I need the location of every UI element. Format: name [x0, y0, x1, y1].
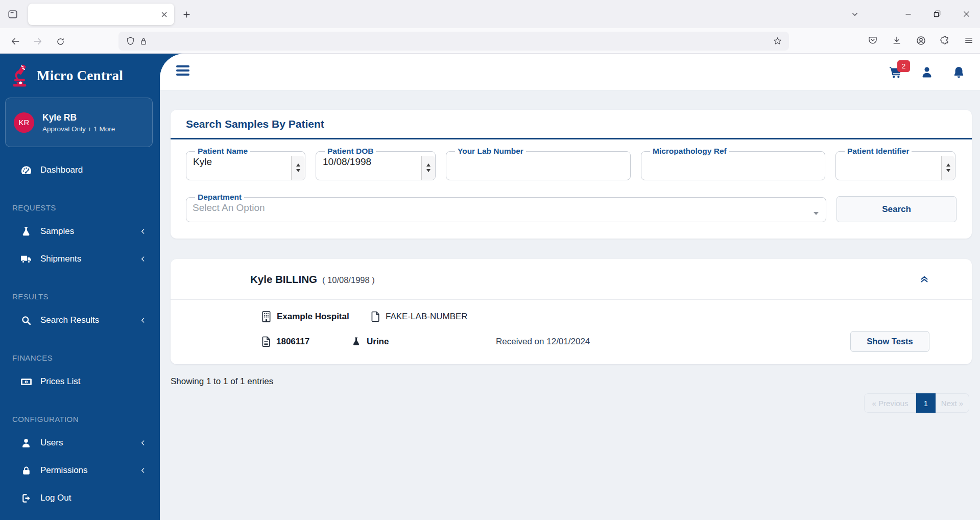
sample-id: 1806117 [276, 337, 309, 347]
flask-icon [19, 226, 33, 237]
user-role: Approval Only + 1 More [42, 125, 115, 133]
brand[interactable]: Micro Central [0, 54, 160, 98]
stepper-arrows-icon[interactable] [421, 156, 435, 180]
forward-button[interactable] [31, 34, 45, 49]
cart-icon[interactable]: 2 [888, 65, 902, 79]
patient-result-card: Kyle BILLING ( 10/08/1998 ) [171, 259, 972, 364]
sidebar-item-search-results[interactable]: Search Results [0, 306, 160, 334]
downloads-icon[interactable] [891, 34, 903, 46]
patient-identifier-label: Patient Identifier [845, 147, 912, 156]
patient-dob-input[interactable] [322, 156, 435, 171]
svg-text:1: 1 [26, 380, 27, 383]
stepper-arrows-icon[interactable] [291, 156, 305, 180]
sidebar-toggle-hamburger[interactable] [176, 65, 189, 78]
user-panel[interactable]: KR Kyle RB Approval Only + 1 More [5, 98, 153, 147]
sidebar-item-prices-list[interactable]: 1 Prices List [0, 368, 160, 395]
browser-tab[interactable] [28, 4, 174, 25]
browser-toolbar [0, 28, 980, 54]
lab-number-value: FAKE-LAB-NUMBER [386, 312, 468, 322]
side-nav: Dashboard REQUESTS Samples Shipments [0, 156, 160, 512]
sidebar-item-label: Permissions [40, 465, 88, 476]
lab-number-input[interactable] [452, 156, 630, 171]
sidebar-item-users[interactable]: Users [0, 429, 160, 457]
window-restore-button[interactable] [928, 5, 946, 22]
user-name: Kyle RB [42, 112, 115, 123]
window-minimize-button[interactable] [899, 5, 917, 22]
browser-chrome [0, 0, 980, 54]
window-close-button[interactable] [957, 5, 975, 22]
back-button[interactable] [8, 34, 22, 49]
sidebar-item-permissions[interactable]: Permissions [0, 457, 160, 484]
pagination-page-1[interactable]: 1 [916, 393, 936, 413]
gauge-icon [19, 164, 33, 177]
sidebar-item-dashboard[interactable]: Dashboard [0, 156, 160, 184]
sidebar-item-label: Shipments [40, 254, 81, 264]
tab-close-icon[interactable] [158, 8, 170, 20]
patient-identifier-input[interactable] [842, 156, 955, 171]
sign-out-icon [19, 492, 33, 504]
department-select[interactable]: Department Select An Option [186, 193, 826, 222]
sidebar-section-finances: FINANCES [0, 347, 160, 368]
collapse-angles-up-icon[interactable] [919, 273, 930, 285]
page-content: Search Samples By Patient Patient Name P… [160, 90, 980, 520]
sidebar-item-label: Samples [40, 226, 74, 237]
lab-number-label: Your Lab Number [455, 147, 526, 156]
sidebar-item-label: Prices List [40, 376, 80, 387]
sidebar-item-samples[interactable]: Samples [0, 218, 160, 245]
patient-name-input[interactable] [193, 156, 305, 171]
sidebar: Micro Central KR Kyle RB Approval Only +… [0, 54, 160, 520]
account-icon[interactable] [915, 34, 927, 46]
patient-dob-field[interactable]: Patient DOB [316, 147, 436, 180]
pagination-previous[interactable]: « Previous [864, 393, 916, 413]
sidebar-section-requests: REQUESTS [0, 197, 160, 218]
search-button[interactable]: Search [836, 196, 957, 222]
search-samples-card: Search Samples By Patient Patient Name P… [171, 110, 972, 239]
chevron-left-icon [139, 439, 147, 446]
lab-number-field[interactable]: Your Lab Number [446, 147, 631, 180]
sidebar-item-shipments[interactable]: Shipments [0, 245, 160, 273]
sidebar-section-results: RESULTS [0, 286, 160, 306]
firefox-view-icon[interactable] [6, 8, 19, 20]
lock-icon[interactable] [137, 35, 150, 48]
search-icon [19, 315, 33, 326]
new-tab-button[interactable] [180, 8, 193, 21]
stepper-arrows-icon[interactable] [941, 156, 955, 180]
sample-row-details: 1806117 Urine Received on 12/01/2024 Sho… [261, 329, 929, 354]
entries-summary: Showing 1 to 1 of 1 entries [171, 376, 972, 387]
app-navbar: 2 [160, 54, 980, 90]
card-title: Search Samples By Patient [186, 118, 324, 130]
chevron-left-icon [139, 467, 147, 474]
chevron-left-icon [139, 228, 147, 235]
sidebar-item-label: Dashboard [40, 165, 83, 175]
user-icon [19, 437, 33, 448]
money-bill-icon: 1 [19, 375, 33, 388]
sidebar-item-log-out[interactable]: Log Out [0, 484, 160, 512]
app-window: Micro Central KR Kyle RB Approval Only +… [0, 54, 980, 520]
bell-icon[interactable] [951, 65, 966, 79]
extensions-puzzle-icon[interactable] [939, 34, 951, 46]
patient-identifier-field[interactable]: Patient Identifier [835, 147, 955, 180]
show-tests-button[interactable]: Show Tests [850, 331, 929, 352]
sidebar-item-label: Log Out [40, 493, 71, 503]
menu-hamburger-icon[interactable] [963, 34, 975, 46]
bookmark-star-icon[interactable] [771, 35, 784, 48]
pagination-next[interactable]: Next » [936, 393, 969, 413]
dropdown-arrow-icon [814, 212, 819, 215]
chevron-left-icon [139, 255, 147, 263]
address-bar[interactable] [118, 32, 789, 51]
pocket-icon[interactable] [867, 34, 879, 46]
received-date: Received on 12/01/2024 [496, 337, 590, 347]
chevron-left-icon [139, 317, 147, 324]
tracking-shield-icon[interactable] [124, 35, 137, 48]
reload-button[interactable] [53, 34, 67, 49]
avatar: KR [14, 112, 34, 133]
department-label: Department [195, 193, 244, 202]
patient-name-field[interactable]: Patient Name [186, 147, 305, 180]
pagination: « Previous 1 Next » [864, 393, 969, 413]
user-icon[interactable] [920, 65, 934, 79]
micropathology-ref-field[interactable]: Micropathology Ref [641, 147, 825, 180]
brand-name: Micro Central [37, 68, 123, 84]
micropathology-ref-input[interactable] [648, 156, 825, 171]
list-all-tabs-icon[interactable] [848, 8, 862, 21]
microscope-logo-icon [11, 64, 31, 87]
